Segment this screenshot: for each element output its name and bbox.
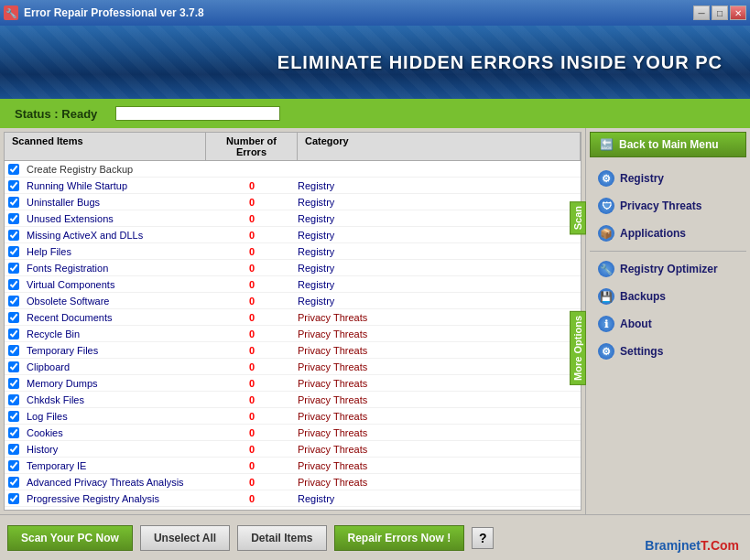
sidebar-label-registry-optimizer: Registry Optimizer (620, 263, 718, 275)
row-name: Temporary Files (23, 344, 206, 357)
sidebar-item-backups[interactable]: 💾 Backups (590, 283, 746, 310)
row-checkbox[interactable] (8, 493, 19, 504)
row-name: History (23, 443, 206, 456)
table-row: Obsolete Software 0 Registry (5, 293, 581, 309)
header-banner: ELIMINATE HIDDEN ERRORS INSIDE YOUR PC (0, 26, 750, 99)
row-errors: 0 (206, 296, 298, 307)
row-category: Privacy Threats (298, 312, 581, 323)
row-errors: 0 (206, 493, 298, 504)
row-checkbox[interactable] (8, 394, 19, 405)
applications-icon: 📦 (598, 225, 614, 242)
row-name: Help Files (23, 245, 206, 258)
row-checkbox-cell (5, 345, 23, 356)
row-category: Privacy Threats (298, 444, 581, 455)
table-row: History 0 Privacy Threats (5, 441, 581, 458)
header-title: ELIMINATE HIDDEN ERRORS INSIDE YOUR PC (277, 52, 723, 73)
status-text: Status : Ready (15, 107, 97, 121)
row-errors: 0 (206, 230, 298, 241)
row-checkbox-cell (5, 197, 23, 208)
row-errors: 0 (206, 460, 298, 471)
row-checkbox[interactable] (8, 279, 19, 290)
sidebar-item-registry-optimizer[interactable]: 🔧 Registry Optimizer (590, 255, 746, 283)
row-name: Running While Startup (23, 179, 206, 192)
row-errors: 0 (206, 246, 298, 257)
sidebar-separator-1 (590, 251, 746, 252)
repair-errors-button[interactable]: Repair Errors Now ! (334, 525, 465, 551)
col-scanned-items: Scanned Items (5, 133, 206, 160)
row-category: Registry (298, 493, 581, 504)
table-row: Virtual Components 0 Registry (5, 276, 581, 293)
col-num-errors: Number of Errors (206, 133, 298, 160)
row-checkbox[interactable] (8, 378, 19, 389)
scan-now-button[interactable]: Scan Your PC Now (7, 525, 133, 551)
row-checkbox[interactable] (8, 460, 19, 471)
registry-optimizer-icon: 🔧 (598, 261, 614, 277)
row-errors: 0 (206, 477, 298, 488)
window-title: Error Repair Professional ver 3.7.8 (24, 6, 204, 19)
row-category: Registry (298, 213, 581, 224)
close-button[interactable]: ✕ (730, 5, 746, 20)
row-checkbox-cell (5, 312, 23, 323)
row-checkbox[interactable] (8, 180, 19, 191)
minimize-button[interactable]: ─ (693, 5, 710, 20)
row-checkbox[interactable] (8, 164, 19, 175)
row-checkbox[interactable] (8, 477, 19, 488)
help-button[interactable]: ? (472, 527, 494, 549)
row-name: Missing ActiveX and DLLs (23, 229, 206, 242)
row-category: Registry (298, 230, 581, 241)
row-checkbox[interactable] (8, 230, 19, 241)
row-checkbox-cell (5, 296, 23, 307)
sidebar-item-registry[interactable]: ⚙ Registry (590, 165, 746, 192)
row-category: Registry (298, 197, 581, 208)
sidebar-label-backups: Backups (620, 290, 666, 303)
sidebar-item-applications[interactable]: 📦 Applications (590, 220, 746, 247)
table-row: Chkdsk Files 0 Privacy Threats (5, 392, 581, 408)
row-checkbox[interactable] (8, 427, 19, 438)
brand-red: T.Com (701, 538, 739, 553)
row-checkbox-cell (5, 361, 23, 372)
row-checkbox[interactable] (8, 197, 19, 208)
row-checkbox[interactable] (8, 312, 19, 323)
table-row: Clipboard 0 Privacy Threats (5, 359, 581, 375)
brand-blue: Bramjnet (645, 538, 701, 553)
row-checkbox[interactable] (8, 263, 19, 274)
unselect-all-button[interactable]: Unselect All (140, 525, 230, 551)
sidebar-item-privacy-threats[interactable]: 🛡 Privacy Threats (590, 192, 746, 220)
row-checkbox-cell (5, 493, 23, 504)
sidebar-item-about[interactable]: ℹ About (590, 310, 746, 338)
row-checkbox[interactable] (8, 345, 19, 356)
row-errors: 0 (206, 197, 298, 208)
row-errors: 0 (206, 361, 298, 372)
row-errors: 0 (206, 213, 298, 224)
row-checkbox[interactable] (8, 411, 19, 422)
row-category: Privacy Threats (298, 394, 581, 405)
row-checkbox[interactable] (8, 246, 19, 257)
row-errors: 0 (206, 411, 298, 422)
back-to-main-button[interactable]: 🔙 Back to Main Menu (590, 132, 746, 157)
row-checkbox-cell (5, 246, 23, 257)
row-checkbox[interactable] (8, 213, 19, 224)
col-category: Category (298, 133, 581, 160)
row-errors: 0 (206, 328, 298, 339)
row-errors: 0 (206, 312, 298, 323)
row-category: Privacy Threats (298, 477, 581, 488)
row-checkbox-cell (5, 411, 23, 422)
row-category: Registry (298, 279, 581, 290)
row-checkbox[interactable] (8, 328, 19, 339)
row-checkbox[interactable] (8, 361, 19, 372)
row-name: Obsolete Software (23, 295, 206, 307)
row-checkbox[interactable] (8, 296, 19, 307)
sidebar-label-about: About (620, 318, 652, 330)
row-errors: 0 (206, 345, 298, 356)
sidebar-item-settings[interactable]: ⚙ Settings (590, 338, 746, 365)
sidebar-label-registry: Registry (620, 172, 664, 185)
row-name: Recycle Bin (23, 328, 206, 340)
row-name: Create Registry Backup (23, 163, 206, 176)
registry-icon: ⚙ (598, 170, 614, 187)
row-errors: 0 (206, 279, 298, 290)
row-checkbox[interactable] (8, 444, 19, 455)
row-checkbox-cell (5, 460, 23, 471)
detail-items-button[interactable]: Detail Items (237, 525, 326, 551)
row-category: Privacy Threats (298, 345, 581, 356)
maximize-button[interactable]: □ (712, 5, 728, 20)
